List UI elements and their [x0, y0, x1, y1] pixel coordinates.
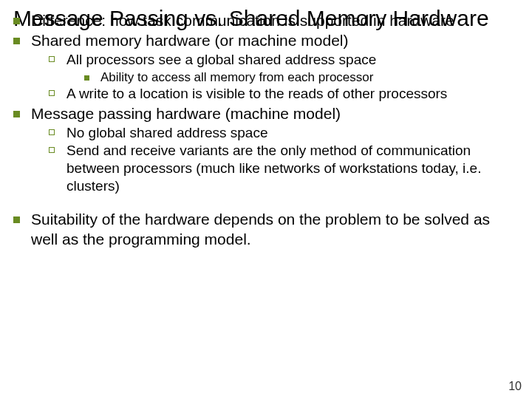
bullet-text: Send and receive variants are the only m… [66, 142, 519, 196]
bullet-item: All processors see a global shared addre… [49, 51, 519, 69]
bullet-list: Difference: how task communication is su… [13, 11, 519, 250]
square-bullet-icon [84, 69, 100, 86]
square-bullet-icon [13, 11, 31, 31]
slide: Message Passing vs. Shared Memory Hardwa… [0, 0, 532, 399]
square-bullet-icon [13, 31, 31, 51]
bullet-text: Suitability of the hardware depends on t… [31, 210, 519, 250]
hollow-square-bullet-icon [49, 85, 66, 103]
bullet-text: Ability to access all memory from each p… [100, 69, 519, 86]
bullet-item: Send and receive variants are the only m… [49, 142, 519, 196]
bullet-text: Difference: how task communication is su… [31, 11, 519, 31]
hollow-square-bullet-icon [49, 124, 66, 142]
bullet-item: Ability to access all memory from each p… [84, 69, 519, 86]
spacer [13, 196, 519, 209]
page-number: 10 [508, 380, 522, 393]
square-bullet-icon [13, 104, 31, 124]
bullet-text: A write to a location is visible to the … [66, 85, 519, 103]
bullet-item: Message passing hardware (machine model) [13, 104, 519, 124]
hollow-square-bullet-icon [49, 142, 66, 196]
bullet-item: No global shared address space [49, 124, 519, 142]
bullet-text: Message passing hardware (machine model) [31, 104, 519, 124]
bullet-text: No global shared address space [66, 124, 519, 142]
bullet-item: Difference: how task communication is su… [13, 11, 519, 31]
bullet-item: Suitability of the hardware depends on t… [13, 210, 519, 250]
bullet-item: A write to a location is visible to the … [49, 85, 519, 103]
bullet-text: Shared memory hardware (or machine model… [31, 31, 519, 51]
bullet-item: Shared memory hardware (or machine model… [13, 31, 519, 51]
hollow-square-bullet-icon [49, 51, 66, 69]
square-bullet-icon [13, 210, 31, 250]
bullet-text: All processors see a global shared addre… [66, 51, 519, 69]
